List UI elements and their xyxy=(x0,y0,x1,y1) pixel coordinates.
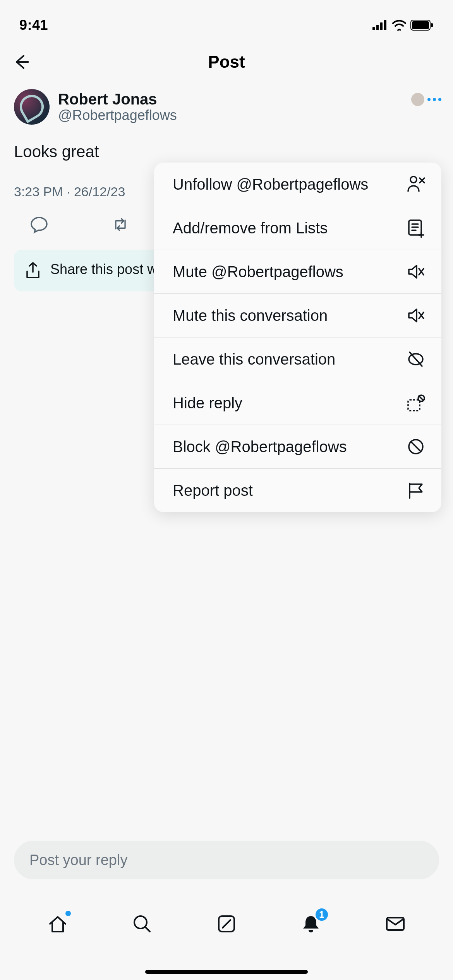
repost-icon xyxy=(111,216,130,233)
share-icon xyxy=(25,261,41,280)
post-user-row: Robert Jonas @Robertpageflows xyxy=(14,89,439,125)
display-name: Robert Jonas xyxy=(58,91,177,108)
menu-label: Mute @Robertpageflows xyxy=(173,262,398,281)
battery-icon xyxy=(410,20,434,31)
hide-reply-icon xyxy=(406,393,426,413)
menu-item-block[interactable]: Block @Robertpageflows xyxy=(154,425,441,469)
search-icon xyxy=(131,913,153,935)
avatar[interactable] xyxy=(14,89,50,125)
cellular-icon xyxy=(372,20,388,30)
home-indicator xyxy=(145,970,308,974)
svg-rect-2 xyxy=(380,22,383,30)
svg-rect-5 xyxy=(412,21,429,29)
tab-messages[interactable] xyxy=(384,912,407,935)
status-icons xyxy=(372,20,434,31)
more-dots-icon xyxy=(427,98,441,101)
menu-label: Unfollow @Robertpageflows xyxy=(173,175,398,194)
repost-action[interactable] xyxy=(111,215,130,234)
svg-rect-3 xyxy=(384,20,386,30)
back-button[interactable] xyxy=(12,52,31,72)
reply-input[interactable]: Post your reply xyxy=(14,841,439,879)
more-dot-large xyxy=(411,93,424,106)
menu-label: Hide reply xyxy=(173,393,398,413)
header: Post xyxy=(0,43,453,81)
mute-icon xyxy=(406,305,426,326)
status-bar: 9:41 xyxy=(0,0,453,43)
user-remove-icon xyxy=(406,174,426,194)
menu-item-leave-conversation[interactable]: Leave this conversation xyxy=(154,338,441,381)
menu-item-report[interactable]: Report post xyxy=(154,469,441,512)
wifi-icon xyxy=(392,20,407,31)
status-time: 9:41 xyxy=(19,17,48,33)
page-title: Post xyxy=(208,52,245,72)
menu-label: Add/remove from Lists xyxy=(173,218,398,238)
reply-action[interactable] xyxy=(29,215,49,234)
svg-rect-10 xyxy=(408,400,420,411)
user-names[interactable]: Robert Jonas @Robertpageflows xyxy=(58,91,177,123)
menu-label: Mute this conversation xyxy=(173,306,398,325)
tab-bar: 1 xyxy=(0,899,453,949)
menu-label: Leave this conversation xyxy=(173,350,398,369)
reply-icon xyxy=(30,215,48,234)
svg-rect-1 xyxy=(376,25,379,30)
home-dot-indicator xyxy=(65,911,71,916)
svg-point-7 xyxy=(410,176,417,183)
tab-search[interactable] xyxy=(130,912,154,935)
svg-rect-6 xyxy=(431,23,433,27)
notifications-badge: 1 xyxy=(314,907,329,922)
tab-notifications[interactable]: 1 xyxy=(299,912,323,935)
mute-icon xyxy=(406,262,426,282)
arrow-left-icon xyxy=(13,53,30,70)
user-handle: @Robertpageflows xyxy=(58,107,177,123)
reply-placeholder: Post your reply xyxy=(29,852,127,869)
home-icon xyxy=(47,913,69,935)
menu-label: Report post xyxy=(173,481,398,500)
envelope-icon xyxy=(384,913,406,935)
block-icon xyxy=(406,437,426,457)
leave-icon xyxy=(406,349,426,369)
compose-icon xyxy=(216,913,237,935)
flag-icon xyxy=(406,480,426,500)
menu-item-mute-conversation[interactable]: Mute this conversation xyxy=(154,294,441,338)
tab-home[interactable] xyxy=(46,912,69,935)
menu-item-hide-reply[interactable]: Hide reply xyxy=(154,381,441,425)
tab-compose[interactable] xyxy=(215,912,238,935)
menu-label: Block @Robertpageflows xyxy=(173,437,398,456)
svg-rect-0 xyxy=(372,27,375,30)
menu-item-lists[interactable]: Add/remove from Lists xyxy=(154,206,441,250)
context-menu: Unfollow @Robertpageflows Add/remove fro… xyxy=(154,163,441,512)
menu-item-unfollow[interactable]: Unfollow @Robertpageflows xyxy=(154,163,441,206)
list-add-icon xyxy=(406,218,426,238)
menu-item-mute-user[interactable]: Mute @Robertpageflows xyxy=(154,250,441,294)
more-options-button[interactable] xyxy=(411,93,441,106)
post-text: Looks great xyxy=(14,142,439,161)
